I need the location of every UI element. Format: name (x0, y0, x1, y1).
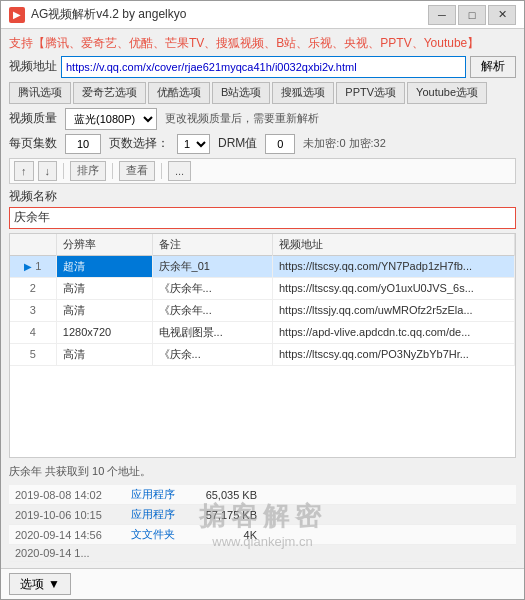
main-window: ▶ AG视频解析v4.2 by angelkyo ─ □ ✕ 支持【腾讯、爱奇艺… (0, 0, 525, 600)
drm-label: DRM值 (218, 135, 257, 152)
col-url-header: 视频地址 (273, 234, 515, 256)
col-resolution-header: 分辨率 (56, 234, 152, 256)
main-content: 支持【腾讯、爱奇艺、优酷、芒果TV、搜狐视频、B站、乐视、央视、PPTV、You… (1, 29, 524, 568)
file-date: 2020-09-14 14:56 (15, 529, 125, 541)
toolbar-row: ↑ ↓ 排序 查看 ... (9, 158, 516, 184)
bottom-bar: 选项 ▼ (1, 568, 524, 599)
page-select[interactable]: 1 2 3 (177, 134, 210, 154)
cell-note: 《庆余年... (152, 299, 272, 321)
cell-num: 4 (10, 321, 56, 343)
cell-resolution: 超清 (56, 255, 152, 277)
list-item: 2020-09-14 14:56 文文件夹 4K (9, 525, 516, 545)
cell-note: 《庆余... (152, 343, 272, 365)
quality-row: 视频质量 蓝光(1080P) 超清 高清 标清 更改视频质量后，需要重新解析 (9, 108, 516, 130)
toolbar-down-button[interactable]: ↓ (38, 161, 58, 181)
cell-url: https://ltssjy.qq.com/uwMROfz2r5zEla... (273, 299, 515, 321)
file-size: 65,035 KB (197, 489, 257, 501)
file-type: 文文件夹 (131, 527, 191, 542)
list-item: 2019-10-06 10:15 应用程序 57,175 KB (9, 505, 516, 525)
cell-num: 2 (10, 277, 56, 299)
toolbar-view-button[interactable]: 查看 (119, 161, 155, 181)
file-type: 应用程序 (131, 487, 191, 502)
window-controls: ─ □ ✕ (428, 5, 516, 25)
video-name-input[interactable] (9, 207, 516, 229)
cell-note: 电视剧图景... (152, 321, 272, 343)
toolbar-sort-button[interactable]: 排序 (70, 161, 106, 181)
page-select-label: 页数选择： (109, 135, 169, 152)
encrypt-info: 未加密:0 加密:32 (303, 136, 386, 151)
play-icon: ▶ (24, 261, 32, 272)
cell-resolution: 高清 (56, 343, 152, 365)
cell-url: https://apd-vlive.apdcdn.tc.qq.com/de... (273, 321, 515, 343)
close-button[interactable]: ✕ (488, 5, 516, 25)
tab-iqiyi[interactable]: 爱奇艺选项 (73, 82, 146, 104)
url-label: 视频地址 (9, 58, 57, 75)
list-item: 2019-08-08 14:02 应用程序 65,035 KB (9, 485, 516, 505)
window-title: AG视频解析v4.2 by angelkyo (31, 6, 428, 23)
page-row: 每页集数 页数选择： 1 2 3 DRM值 未加密:0 加密:32 (9, 134, 516, 154)
cell-resolution: 1280x720 (56, 321, 152, 343)
minimize-button[interactable]: ─ (428, 5, 456, 25)
col-note-header: 备注 (152, 234, 272, 256)
quality-label: 视频质量 (9, 110, 57, 127)
toolbar-up-button[interactable]: ↑ (14, 161, 34, 181)
quality-note: 更改视频质量后，需要重新解析 (165, 111, 319, 126)
file-size: 57,175 KB (197, 509, 257, 521)
cell-note: 《庆余年... (152, 277, 272, 299)
quality-select[interactable]: 蓝光(1080P) 超清 高清 标清 (65, 108, 157, 130)
dropdown-icon: ▼ (48, 577, 60, 591)
file-list: 2019-08-08 14:02 应用程序 65,035 KB 2019-10-… (9, 485, 516, 562)
tab-tencent[interactable]: 腾讯选项 (9, 82, 71, 104)
table-row[interactable]: 5 高清 《庆余... https://ltscsy.qq.com/PO3NyZ… (10, 343, 515, 365)
parse-button[interactable]: 解析 (470, 56, 516, 78)
file-date: 2019-10-06 10:15 (15, 509, 125, 521)
file-date: 2019-08-08 14:02 (15, 489, 125, 501)
drm-input[interactable] (265, 134, 295, 154)
cell-url: https://ltscsy.qq.com/PO3NyZbYb7Hr... (273, 343, 515, 365)
video-table-container[interactable]: 分辨率 备注 视频地址 ▶ 1 超清 庆余年_01 https://ltscsy… (9, 233, 516, 458)
options-button[interactable]: 选项 ▼ (9, 573, 71, 595)
cell-resolution: 高清 (56, 277, 152, 299)
video-name-section: 视频名称 (9, 188, 516, 229)
list-item: 2020-09-14 1... (9, 545, 516, 562)
col-num-header (10, 234, 56, 256)
toolbar-separator-1 (63, 163, 64, 179)
file-type: 应用程序 (131, 507, 191, 522)
toolbar-separator-3 (161, 163, 162, 179)
options-label: 选项 (20, 576, 44, 593)
maximize-button[interactable]: □ (458, 5, 486, 25)
cell-url: https://ltscsy.qq.com/yO1uxU0JVS_6s... (273, 277, 515, 299)
title-bar: ▶ AG视频解析v4.2 by angelkyo ─ □ ✕ (1, 1, 524, 29)
file-list-area: 2019-08-08 14:02 应用程序 65,035 KB 2019-10-… (9, 485, 516, 562)
table-row[interactable]: 2 高清 《庆余年... https://ltscsy.qq.com/yO1ux… (10, 277, 515, 299)
toolbar-more-button[interactable]: ... (168, 161, 191, 181)
file-date: 2020-09-14 1... (15, 547, 125, 559)
tab-sohu[interactable]: 搜狐选项 (272, 82, 334, 104)
file-size: 4K (197, 529, 257, 541)
tab-youku[interactable]: 优酷选项 (148, 82, 210, 104)
table-row[interactable]: 3 高清 《庆余年... https://ltssjy.qq.com/uwMRO… (10, 299, 515, 321)
url-input[interactable] (61, 56, 466, 78)
app-icon: ▶ (9, 7, 25, 23)
url-row: 视频地址 解析 (9, 56, 516, 78)
tab-pptv[interactable]: PPTV选项 (336, 82, 405, 104)
per-page-label: 每页集数 (9, 135, 57, 152)
support-text: 支持【腾讯、爱奇艺、优酷、芒果TV、搜狐视频、B站、乐视、央视、PPTV、You… (9, 35, 516, 52)
toolbar-separator-2 (112, 163, 113, 179)
tab-bilibili[interactable]: B站选项 (212, 82, 270, 104)
tab-youtube[interactable]: Youtube选项 (407, 82, 487, 104)
cell-note: 庆余年_01 (152, 255, 272, 277)
cell-num: 5 (10, 343, 56, 365)
cell-num: 3 (10, 299, 56, 321)
table-row[interactable]: ▶ 1 超清 庆余年_01 https://ltscsy.qq.com/YN7P… (10, 255, 515, 277)
status-text: 庆余年 共获取到 10 个地址。 (9, 462, 516, 481)
video-table: 分辨率 备注 视频地址 ▶ 1 超清 庆余年_01 https://ltscsy… (10, 234, 515, 366)
table-row[interactable]: 4 1280x720 电视剧图景... https://apd-vlive.ap… (10, 321, 515, 343)
video-name-label: 视频名称 (9, 188, 516, 205)
cell-num: ▶ 1 (10, 255, 56, 277)
cell-url: https://ltscsy.qq.com/YN7Padp1zH7fb... (273, 255, 515, 277)
per-page-input[interactable] (65, 134, 101, 154)
tabs-row: 腾讯选项 爱奇艺选项 优酷选项 B站选项 搜狐选项 PPTV选项 Youtube… (9, 82, 516, 104)
cell-resolution: 高清 (56, 299, 152, 321)
